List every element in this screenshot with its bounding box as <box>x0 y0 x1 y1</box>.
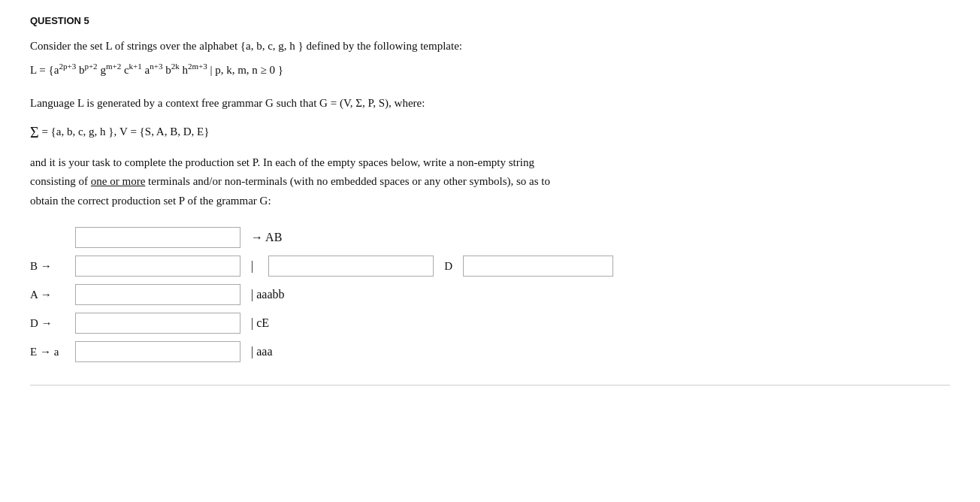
b-pipe: | <box>248 259 253 273</box>
s-arrow: → AB <box>248 231 282 244</box>
d-production-row: D → | cE <box>30 313 950 334</box>
bottom-divider <box>30 385 950 386</box>
formula-exp7: 2m+3 <box>188 62 207 71</box>
b-input-1[interactable] <box>75 256 240 277</box>
d-prod-label: D → <box>30 317 75 330</box>
big-sigma-symbol: Σ <box>30 124 39 141</box>
a-separator: | aaabb <box>248 288 285 301</box>
formula-t4: a <box>142 64 150 76</box>
formula-suffix: | p, k, m, n ≥ 0 } <box>207 64 283 76</box>
desc-line-3: obtain the correct production set P of t… <box>30 192 950 211</box>
formula-t1: b <box>76 64 84 76</box>
formula-exp5: n+3 <box>150 62 162 71</box>
a-production-row: A → | aaabb <box>30 284 950 305</box>
d-separator: | cE <box>248 316 269 330</box>
b-label: B → <box>30 260 75 273</box>
e-input[interactable] <box>75 341 240 362</box>
formula-prefix: L = {a <box>30 64 59 76</box>
sigma-text: = {a, b, c, g, h }, V = {S, A, B, D, E} <box>39 125 210 137</box>
e-label: E → a <box>30 346 75 358</box>
d-label-text: D <box>444 260 452 273</box>
a-label: A → <box>30 289 75 301</box>
formula-exp2: p+2 <box>84 62 97 71</box>
b-production-row: B → | D <box>30 256 950 277</box>
s-input[interactable] <box>75 227 240 248</box>
sigma-line: Σ = {a, b, c, g, h }, V = {S, A, B, D, E… <box>30 124 950 141</box>
question-label: QUESTION 5 <box>30 15 950 26</box>
description: and it is your task to complete the prod… <box>30 153 950 211</box>
formula-t6: h <box>180 64 188 76</box>
e-production-row: E → a | aaa <box>30 341 950 362</box>
intro-text: Consider the set L of strings over the a… <box>30 37 950 55</box>
question-container: QUESTION 5 Consider the set L of strings… <box>30 15 950 362</box>
d-input[interactable] <box>75 313 240 334</box>
formula-t2: g <box>98 64 106 76</box>
b-d-input[interactable] <box>463 256 613 277</box>
a-input[interactable] <box>75 284 240 305</box>
formula-exp6: 2k <box>171 62 180 71</box>
desc-line-2: consisting of one or more terminals and/… <box>30 172 950 192</box>
b-input-2[interactable] <box>268 256 434 277</box>
formula-exp3: m+2 <box>106 62 121 71</box>
productions-area: → AB B → | D A → | aaabb D → | cE E → a <box>30 227 950 362</box>
e-separator: | aaa <box>248 345 273 358</box>
formula-t3: c <box>121 64 129 76</box>
formula-exp1: 2p+3 <box>59 62 76 71</box>
formula-line: L = {a2p+3 bp+2 gm+2 ck+1 an+3 b2k h2m+3… <box>30 59 950 80</box>
grammar-intro: Language L is generated by a context fre… <box>30 94 950 113</box>
formula-t5: b <box>162 64 171 76</box>
s-production-row: → AB <box>75 227 950 248</box>
desc-line-1: and it is your task to complete the prod… <box>30 153 950 173</box>
formula-exp4: k+1 <box>129 62 142 71</box>
underline-text: one or more <box>91 175 145 187</box>
